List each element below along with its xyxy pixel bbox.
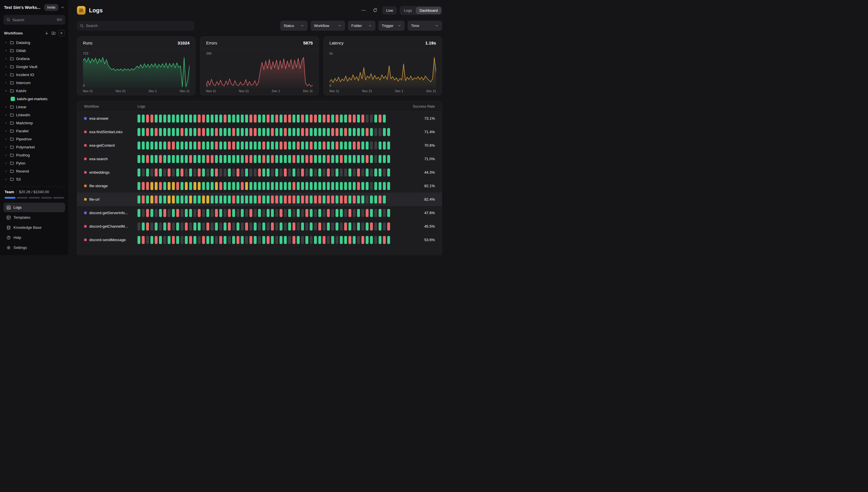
log-bar[interactable] <box>159 142 162 150</box>
log-bar[interactable] <box>370 222 373 230</box>
log-bar[interactable] <box>168 169 171 176</box>
log-bar[interactable] <box>267 169 270 176</box>
log-bar[interactable] <box>249 169 252 176</box>
log-bar[interactable] <box>357 128 360 136</box>
log-bar[interactable] <box>155 209 157 217</box>
log-bar[interactable] <box>155 169 157 176</box>
log-bar[interactable] <box>237 169 240 176</box>
log-bar[interactable] <box>224 142 226 150</box>
log-bar[interactable] <box>138 128 140 136</box>
log-bar[interactable] <box>180 128 183 136</box>
log-bar[interactable] <box>275 236 278 244</box>
log-bar[interactable] <box>279 155 282 163</box>
log-bar[interactable] <box>198 236 201 244</box>
table-row-file-url[interactable]: file-url82.4% <box>77 193 442 206</box>
log-bar[interactable] <box>172 236 175 244</box>
log-bar[interactable] <box>168 155 171 163</box>
log-bar[interactable] <box>146 182 149 190</box>
sidebar-item-settings[interactable]: Settings <box>3 243 65 252</box>
log-bar[interactable] <box>318 115 321 123</box>
workspace-name[interactable]: Test Sim's Works... <box>4 5 42 10</box>
log-bar[interactable] <box>172 169 175 176</box>
log-bar[interactable] <box>267 195 270 203</box>
log-bar[interactable] <box>293 115 295 123</box>
log-bar[interactable] <box>366 128 369 136</box>
log-bar[interactable] <box>241 169 244 176</box>
log-bar[interactable] <box>344 222 347 230</box>
log-bar[interactable] <box>331 115 334 123</box>
log-bar[interactable] <box>146 115 149 123</box>
log-bar[interactable] <box>185 128 188 136</box>
log-bar[interactable] <box>327 142 330 150</box>
log-bar[interactable] <box>254 128 256 136</box>
log-bar[interactable] <box>146 142 149 150</box>
log-bar[interactable] <box>159 182 162 190</box>
log-bar[interactable] <box>383 155 386 163</box>
log-bar[interactable] <box>185 236 188 244</box>
log-bar[interactable] <box>279 142 282 150</box>
log-bar[interactable] <box>379 236 381 244</box>
log-bar[interactable] <box>362 222 364 230</box>
log-bar[interactable] <box>305 222 308 230</box>
log-bar[interactable] <box>168 209 171 217</box>
log-bar[interactable] <box>374 155 377 163</box>
log-bar[interactable] <box>314 115 317 123</box>
log-bar[interactable] <box>228 236 231 244</box>
log-bar[interactable] <box>279 222 282 230</box>
log-bar[interactable] <box>258 115 261 123</box>
sidebar-folder-polymarket[interactable]: Polymarket <box>3 143 65 151</box>
sidebar-folder-incident-io[interactable]: Incident IO <box>3 71 65 79</box>
log-bar[interactable] <box>249 236 252 244</box>
sidebar-folder-mailchimp[interactable]: Mailchimp <box>3 119 65 127</box>
log-bar[interactable] <box>245 128 248 136</box>
log-bar[interactable] <box>267 155 270 163</box>
sidebar-workflow-kalshi-get-markets[interactable]: kalshi-get-markets <box>3 95 65 103</box>
log-bar[interactable] <box>340 195 343 203</box>
log-bar[interactable] <box>288 169 291 176</box>
log-bar[interactable] <box>348 182 351 190</box>
log-bar[interactable] <box>185 169 188 176</box>
log-bar[interactable] <box>340 115 343 123</box>
log-bar[interactable] <box>150 169 153 176</box>
log-bar[interactable] <box>241 195 244 203</box>
log-bar[interactable] <box>366 155 369 163</box>
log-bar[interactable] <box>293 236 295 244</box>
log-bar[interactable] <box>288 155 291 163</box>
sidebar-folder-grafana[interactable]: Grafana <box>3 54 65 63</box>
log-bar[interactable] <box>262 209 265 217</box>
filter-folder[interactable]: Folder <box>348 21 375 31</box>
log-bar[interactable] <box>275 209 278 217</box>
log-bar[interactable] <box>224 155 226 163</box>
log-bar[interactable] <box>180 236 183 244</box>
log-bar[interactable] <box>206 155 209 163</box>
log-bar[interactable] <box>271 236 274 244</box>
log-bar[interactable] <box>301 142 304 150</box>
log-bar[interactable] <box>374 128 377 136</box>
log-bar[interactable] <box>271 115 274 123</box>
log-bar[interactable] <box>189 195 192 203</box>
log-bar[interactable] <box>194 209 196 217</box>
log-bar[interactable] <box>284 222 287 230</box>
log-bar[interactable] <box>314 128 317 136</box>
log-bar[interactable] <box>206 115 209 123</box>
filter-status[interactable]: Status <box>280 21 308 31</box>
log-bar[interactable] <box>224 209 226 217</box>
log-bar[interactable] <box>383 169 386 176</box>
log-bar[interactable] <box>202 155 205 163</box>
log-bar[interactable] <box>340 182 343 190</box>
log-bar[interactable] <box>176 222 179 230</box>
log-bar[interactable] <box>362 128 364 136</box>
log-bar[interactable] <box>194 115 196 123</box>
log-bar[interactable] <box>249 115 252 123</box>
log-bar[interactable] <box>198 128 201 136</box>
log-bar[interactable] <box>172 209 175 217</box>
sort-arrow-down-icon[interactable] <box>45 31 49 35</box>
log-bar[interactable] <box>254 169 256 176</box>
log-bar[interactable] <box>318 142 321 150</box>
log-bar[interactable] <box>267 128 270 136</box>
log-bar[interactable] <box>310 115 313 123</box>
log-bar[interactable] <box>198 142 201 150</box>
log-bar[interactable] <box>211 115 214 123</box>
log-bar[interactable] <box>301 155 304 163</box>
log-bar[interactable] <box>267 236 270 244</box>
